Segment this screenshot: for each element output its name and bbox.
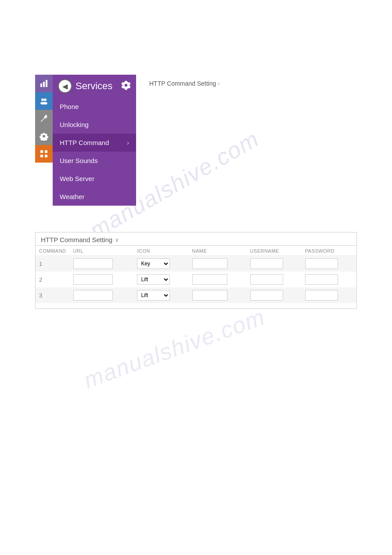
password-input-3[interactable]	[305, 290, 338, 301]
col-command: COMMAND	[36, 246, 70, 256]
menu-item-phone[interactable]: Phone	[53, 98, 136, 116]
svg-point-4	[44, 98, 47, 101]
grid-icon-btn[interactable]	[35, 145, 53, 163]
svg-rect-9	[45, 150, 47, 153]
menu-item-web-server[interactable]: Web Server	[53, 170, 136, 188]
http-command-chevron: ›	[127, 139, 129, 146]
breadcrumb: HTTP Command Setting ›	[149, 80, 219, 87]
menu-item-user-sounds[interactable]: User Sounds	[53, 152, 136, 170]
menu-item-http-command[interactable]: HTTP Command ›	[53, 134, 136, 152]
col-name: NAME	[189, 246, 247, 256]
cmd-cell-2: 2	[36, 272, 70, 287]
menu-title: Services	[76, 80, 121, 92]
gear-icon-btn[interactable]	[35, 127, 53, 145]
menu-item-unlocking[interactable]: Unlocking	[53, 116, 136, 134]
icon-select-1[interactable]: KeyLiftDoorLockBell	[137, 258, 170, 269]
col-url: URL	[70, 246, 134, 256]
col-username: USERNAME	[247, 246, 302, 256]
password-input-2[interactable]	[305, 274, 338, 285]
svg-point-3	[41, 98, 44, 101]
breadcrumb-chevron: ›	[218, 80, 219, 87]
url-input-1[interactable]	[73, 258, 113, 269]
svg-rect-8	[40, 150, 43, 153]
username-input-1[interactable]	[250, 258, 283, 269]
table-row: 3KeyLiftDoorLockBell	[36, 287, 356, 303]
col-password: PASSWORD	[302, 246, 356, 256]
col-icon: ICON	[133, 246, 188, 256]
password-cell-1	[302, 256, 356, 272]
svg-point-6	[43, 102, 47, 105]
url-input-2[interactable]	[73, 274, 113, 285]
wrench-icon-btn[interactable]	[35, 110, 53, 127]
username-input-3[interactable]	[250, 290, 283, 301]
settings-icon	[121, 80, 131, 92]
icon-cell-1: KeyLiftDoorLockBell	[133, 256, 188, 272]
svg-rect-0	[40, 83, 42, 87]
username-cell-1	[247, 256, 302, 272]
menu-panel: ◀ Services Phone Unlocking HTTP Command …	[53, 75, 136, 206]
table-row: 2KeyLiftDoorLockBell	[36, 272, 356, 287]
table-row: 1KeyLiftDoorLockBell	[36, 256, 356, 272]
password-cell-3	[302, 287, 356, 303]
back-button[interactable]: ◀	[58, 79, 72, 93]
name-input-1[interactable]	[192, 258, 227, 269]
people-icon-btn[interactable]	[35, 92, 53, 110]
table-header-row: HTTP Command Setting ∨	[36, 232, 356, 246]
cmd-cell-1: 1	[36, 256, 70, 272]
cmd-cell-3: 3	[36, 287, 70, 303]
watermark2: manualshive.com	[80, 303, 269, 393]
name-input-3[interactable]	[192, 290, 227, 301]
right-content: HTTP Command Setting ›	[149, 75, 219, 87]
icon-cell-3: KeyLiftDoorLockBell	[133, 287, 188, 303]
url-input-3[interactable]	[73, 290, 113, 301]
sidebar-icons	[35, 75, 53, 163]
username-cell-2	[247, 272, 302, 287]
url-cell-2	[70, 272, 134, 287]
name-cell-2	[189, 272, 247, 287]
svg-rect-10	[40, 155, 43, 157]
svg-rect-1	[43, 82, 45, 87]
menu-item-weather[interactable]: Weather	[53, 188, 136, 206]
table-collapse-icon[interactable]: ∨	[115, 237, 119, 243]
password-input-1[interactable]	[305, 258, 338, 269]
svg-rect-11	[45, 155, 47, 157]
icon-select-2[interactable]: KeyLiftDoorLockBell	[137, 274, 170, 285]
username-cell-3	[247, 287, 302, 303]
table-container: HTTP Command Setting ∨ COMMAND URL ICON …	[35, 232, 357, 309]
url-cell-3	[70, 287, 134, 303]
icon-cell-2: KeyLiftDoorLockBell	[133, 272, 188, 287]
chart-icon-btn[interactable]	[35, 75, 53, 92]
svg-rect-2	[46, 80, 47, 87]
breadcrumb-text: HTTP Command Setting	[149, 80, 216, 87]
username-input-2[interactable]	[250, 274, 283, 285]
name-cell-3	[189, 287, 247, 303]
menu-header: ◀ Services	[53, 75, 136, 98]
bottom-section: HTTP Command Setting ∨ COMMAND URL ICON …	[35, 232, 357, 309]
data-table: COMMAND URL ICON NAME USERNAME PASSWORD …	[36, 246, 356, 303]
url-cell-1	[70, 256, 134, 272]
name-input-2[interactable]	[192, 274, 227, 285]
table-title: HTTP Command Setting	[41, 236, 112, 243]
icon-select-3[interactable]: KeyLiftDoorLockBell	[137, 290, 170, 301]
password-cell-2	[302, 272, 356, 287]
name-cell-1	[189, 256, 247, 272]
